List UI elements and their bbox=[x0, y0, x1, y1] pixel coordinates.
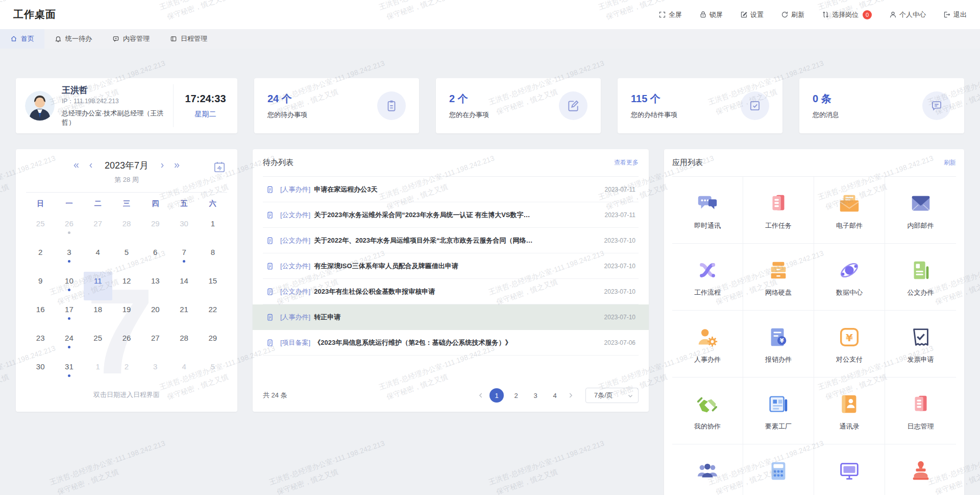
calendar-day-5[interactable]: 5 bbox=[199, 358, 227, 386]
app-item-invoice[interactable]: 发票申请 bbox=[885, 311, 956, 378]
prev-page-icon[interactable] bbox=[477, 392, 484, 399]
select-post-button[interactable]: 选择岗位 0 bbox=[822, 10, 872, 19]
app-item-journal[interactable]: 日志管理 bbox=[885, 378, 956, 444]
calendar-day-13[interactable]: 13 bbox=[141, 272, 169, 300]
calendar-day-31[interactable]: 31 bbox=[55, 358, 83, 386]
refresh-button[interactable]: 刷新 bbox=[781, 10, 804, 19]
calendar-day-14[interactable]: 14 bbox=[169, 272, 198, 300]
calendar-day-6[interactable]: 6 bbox=[141, 243, 169, 272]
settings-button[interactable]: 设置 bbox=[740, 10, 764, 19]
calendar-day-2[interactable]: 2 bbox=[112, 358, 141, 386]
prev-month-button[interactable] bbox=[87, 161, 95, 170]
calendar-day-15[interactable]: 15 bbox=[199, 272, 227, 300]
calendar-day-28[interactable]: 28 bbox=[112, 215, 141, 243]
calendar-day-8[interactable]: 8 bbox=[199, 243, 227, 272]
calendar-day-27[interactable]: 27 bbox=[84, 215, 112, 243]
tab-home[interactable]: 首页 bbox=[0, 29, 44, 49]
calendar-day-4[interactable]: 4 bbox=[169, 358, 198, 386]
app-item-workflow[interactable]: 工作流程 bbox=[672, 244, 743, 311]
stat-card-in-progress[interactable]: 2 个 您的在办事项 bbox=[436, 78, 601, 133]
calendar-day-25[interactable]: 25 bbox=[84, 329, 112, 358]
app-item-monitor[interactable] bbox=[814, 444, 885, 495]
calendar-day-24[interactable]: 24 bbox=[55, 329, 83, 358]
next-month-button[interactable] bbox=[158, 161, 166, 170]
todo-row-highlighted[interactable]: [人事办件] 转正申请 2023-07-10 bbox=[253, 304, 649, 330]
calendar-day-30[interactable]: 30 bbox=[169, 215, 198, 243]
calculator-icon bbox=[767, 459, 790, 483]
app-item-stamp[interactable] bbox=[885, 444, 956, 495]
calendar-day-18[interactable]: 18 bbox=[84, 300, 112, 329]
calendar-day-2[interactable]: 2 bbox=[26, 243, 55, 272]
calendar-day-26[interactable]: 26 bbox=[55, 215, 83, 243]
calendar-day-23[interactable]: 23 bbox=[26, 329, 55, 358]
page-button-4[interactable]: 4 bbox=[548, 388, 562, 403]
calendar-day-5[interactable]: 5 bbox=[112, 243, 141, 272]
todo-row[interactable]: [项目备案] 《2023年局信息系统运行维护（第2包：基础办公系统技术服务）》 … bbox=[263, 330, 639, 356]
app-item-hr[interactable]: 人事办件 bbox=[672, 311, 743, 378]
profile-button[interactable]: 个人中心 bbox=[889, 10, 926, 19]
app-item-im[interactable]: 即时通讯 bbox=[672, 177, 743, 244]
calendar-day-19[interactable]: 19 bbox=[112, 300, 141, 329]
app-item-internal-mail[interactable]: 内部邮件 bbox=[885, 177, 956, 244]
app-item-people[interactable] bbox=[672, 444, 743, 495]
comment-icon bbox=[112, 35, 119, 42]
app-item-contacts[interactable]: 通讯录 bbox=[814, 378, 885, 444]
todo-row[interactable]: [公文办件] 关于2022年、2023年水务局运维项目外采“北京市政务云服务合同… bbox=[263, 228, 639, 253]
calendar-day-10[interactable]: 10 bbox=[55, 272, 83, 300]
app-item-reimburse[interactable]: ¥ 报销办件 bbox=[743, 311, 814, 378]
calendar-day-22[interactable]: 22 bbox=[199, 300, 227, 329]
today-icon[interactable]: 今 bbox=[213, 160, 226, 174]
todo-row[interactable]: [公文办件] 关于2023年水务运维外采合同“2023年水务局统一认证 有生博大… bbox=[263, 202, 639, 228]
calendar-day-7[interactable]: 7 bbox=[169, 243, 198, 272]
app-item-calculator[interactable] bbox=[743, 444, 814, 495]
calendar-day-21[interactable]: 21 bbox=[169, 300, 198, 329]
calendar-day-29[interactable]: 29 bbox=[141, 215, 169, 243]
calendar-day-3[interactable]: 3 bbox=[141, 358, 169, 386]
todo-row[interactable]: [人事办件] 申请在家远程办公3天 2023-07-11 bbox=[263, 177, 639, 202]
tab-schedule-management[interactable]: 日程管理 bbox=[160, 29, 217, 49]
calendar-day-28[interactable]: 28 bbox=[169, 329, 198, 358]
logout-button[interactable]: 退出 bbox=[943, 10, 967, 19]
page-button-2[interactable]: 2 bbox=[509, 388, 523, 403]
tab-unified-todo[interactable]: 统一待办 bbox=[44, 29, 102, 49]
todo-row[interactable]: [公文办件] 有生深境ISO三体系年审人员配合及牌匾借出申请 2023-07-1… bbox=[263, 253, 639, 279]
calendar-day-20[interactable]: 20 bbox=[141, 300, 169, 329]
prev-year-button[interactable] bbox=[72, 161, 80, 170]
next-year-button[interactable] bbox=[173, 161, 181, 170]
calendar-day-1[interactable]: 1 bbox=[84, 358, 112, 386]
todo-view-more-link[interactable]: 查看更多 bbox=[614, 158, 639, 167]
todo-row[interactable]: [公文办件] 2023年有生社保公积金基数申报审核申请 2023-07-10 bbox=[263, 279, 639, 304]
app-item-tasks[interactable]: 工作任务 bbox=[743, 177, 814, 244]
calendar-day-30[interactable]: 30 bbox=[26, 358, 55, 386]
calendar-day-4[interactable]: 4 bbox=[84, 243, 112, 272]
lock-screen-button[interactable]: 锁屏 bbox=[699, 10, 723, 19]
calendar-day-9[interactable]: 9 bbox=[26, 272, 55, 300]
calendar-day-29[interactable]: 29 bbox=[199, 329, 227, 358]
tab-content-management[interactable]: 内容管理 bbox=[102, 29, 160, 49]
calendar-day-26[interactable]: 26 bbox=[112, 329, 141, 358]
app-item-data-center[interactable]: 数据中心 bbox=[814, 244, 885, 311]
app-item-pay[interactable]: ¥ 对公支付 bbox=[814, 311, 885, 378]
stat-card-messages[interactable]: 0 条 您的消息 bbox=[799, 78, 964, 133]
stat-card-todo[interactable]: 24 个 您的待办事项 bbox=[254, 78, 419, 133]
calendar-day-12[interactable]: 12 bbox=[112, 272, 141, 300]
stat-card-completed[interactable]: 115 个 您的办结件事项 bbox=[618, 78, 782, 133]
calendar-day-17[interactable]: 17 bbox=[55, 300, 83, 329]
app-list-refresh-link[interactable]: 刷新 bbox=[944, 158, 956, 167]
calendar-day-16[interactable]: 16 bbox=[26, 300, 55, 329]
calendar-day-11[interactable]: 11 bbox=[84, 272, 112, 300]
app-item-factory[interactable]: 要素工厂 bbox=[743, 378, 814, 444]
app-item-collab[interactable]: 我的协作 bbox=[672, 378, 743, 444]
calendar-day-3[interactable]: 3 bbox=[55, 243, 83, 272]
app-item-netdisk[interactable]: 网络硬盘 bbox=[743, 244, 814, 311]
todo-page-size-select[interactable]: 7条/页 bbox=[585, 388, 639, 403]
calendar-day-1[interactable]: 1 bbox=[199, 215, 227, 243]
calendar-day-25[interactable]: 25 bbox=[26, 215, 55, 243]
page-button-3[interactable]: 3 bbox=[528, 388, 543, 403]
page-button-1[interactable]: 1 bbox=[489, 388, 504, 403]
next-page-icon[interactable] bbox=[567, 392, 574, 399]
app-item-official-doc[interactable]: 公文办件 bbox=[885, 244, 956, 311]
fullscreen-button[interactable]: 全屏 bbox=[658, 10, 682, 19]
app-item-email[interactable]: 电子邮件 bbox=[814, 177, 885, 244]
calendar-day-27[interactable]: 27 bbox=[141, 329, 169, 358]
